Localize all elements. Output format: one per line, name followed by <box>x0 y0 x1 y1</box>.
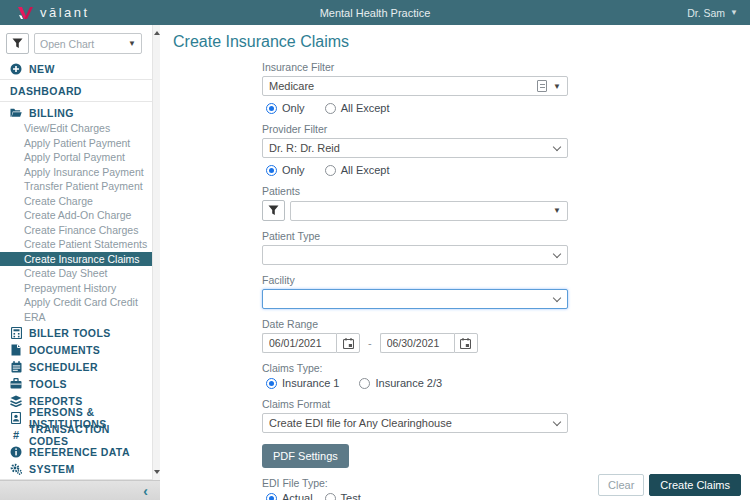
sidebar-item-tools[interactable]: TOOLS <box>0 375 152 392</box>
sidebar-item-apply-insurance-payment[interactable]: Apply Insurance Payment <box>0 165 152 180</box>
provider-filter-value: Dr. R: Dr. Reid <box>269 142 548 154</box>
divider <box>0 79 152 80</box>
chevron-down-icon <box>553 142 561 150</box>
chevron-down-icon: ▼ <box>730 8 738 17</box>
page-title: Create Insurance Claims <box>160 25 750 51</box>
calendar-icon <box>343 338 354 349</box>
insurance-filter-combobox[interactable]: ▼ <box>262 76 568 96</box>
patients-label: Patients <box>262 185 568 197</box>
practice-name: Mental Health Practice <box>0 7 750 19</box>
facility-select[interactable] <box>262 289 568 309</box>
sidebar-item-view-edit-charges[interactable]: View/Edit Charges <box>0 121 152 136</box>
radio-icon <box>266 103 277 114</box>
hash-icon: # <box>10 429 22 441</box>
sidebar-item-billing[interactable]: BILLING <box>0 104 152 121</box>
sidebar-item-era[interactable]: ERA <box>0 310 152 325</box>
insurance-1-radio[interactable]: Insurance 1 <box>266 377 339 389</box>
logo-text: vālant <box>40 5 90 20</box>
sidebar-item-transfer-patient-payment[interactable]: Transfer Patient Payment <box>0 179 152 194</box>
facility-label: Facility <box>262 274 568 286</box>
insurance-only-radio[interactable]: Only <box>266 102 305 114</box>
sidebar-item-system[interactable]: SYSTEM <box>0 460 152 477</box>
sidebar-scrollbar[interactable] <box>152 25 160 480</box>
radio-label: Insurance 1 <box>282 377 339 389</box>
chevron-down-icon <box>553 417 561 425</box>
sidebar-item-apply-portal-payment[interactable]: Apply Portal Payment <box>0 150 152 165</box>
sidebar-item-scheduler[interactable]: SCHEDULER <box>0 358 152 375</box>
folder-open-icon <box>10 107 22 119</box>
sidebar-item-label: BILLER TOOLS <box>29 327 111 339</box>
sidebar-item-transaction-codes[interactable]: # TRANSACTION CODES <box>0 426 152 443</box>
insurance-all-except-radio[interactable]: All Except <box>325 102 390 114</box>
sidebar-item-create-charge[interactable]: Create Charge <box>0 194 152 209</box>
claims-format-label: Claims Format <box>262 398 568 410</box>
user-menu-label: Dr. Sam <box>687 7 725 19</box>
collapse-sidebar-chevron-icon[interactable]: ‹ <box>143 486 148 496</box>
radio-icon <box>266 165 277 176</box>
sidebar-item-dashboard[interactable]: DASHBOARD <box>0 82 152 99</box>
plus-circle-icon <box>10 63 22 75</box>
valant-logo-icon <box>17 6 34 20</box>
chevron-down-icon: ▼ <box>553 82 561 91</box>
start-date-group <box>262 333 360 353</box>
radio-label: All Except <box>341 102 390 114</box>
claims-format-select[interactable]: Create EDI file for Any Clearinghouse <box>262 413 568 433</box>
edi-actual-radio[interactable]: Actual <box>266 492 313 500</box>
date-range-separator: - <box>368 337 372 349</box>
edi-test-radio[interactable]: Test <box>325 492 361 500</box>
list-icon <box>537 80 547 92</box>
toolbox-icon <box>10 378 22 390</box>
patient-type-label: Patient Type <box>262 230 568 242</box>
open-chart-input[interactable] <box>40 38 122 50</box>
sidebar-item-create-finance-charges[interactable]: Create Finance Charges <box>0 223 152 238</box>
end-date-calendar-button[interactable] <box>454 333 478 353</box>
sidebar: ▼ NEW DASHBOARD BILLIN <box>0 25 160 480</box>
provider-only-radio[interactable]: Only <box>266 164 305 176</box>
radio-icon <box>325 165 336 176</box>
person-badge-icon <box>10 412 22 424</box>
sidebar-item-create-add-on-charge[interactable]: Create Add-On Charge <box>0 208 152 223</box>
pdf-settings-button[interactable]: PDF Settings <box>262 444 349 468</box>
insurance-2-3-radio[interactable]: Insurance 2/3 <box>359 377 442 389</box>
sidebar-item-documents[interactable]: DOCUMENTS <box>0 341 152 358</box>
sidebar-item-create-patient-statements[interactable]: Create Patient Statements <box>0 237 152 252</box>
date-range-row: - <box>262 333 568 353</box>
sidebar-item-reference-data[interactable]: REFERENCE DATA <box>0 443 152 460</box>
start-date-calendar-button[interactable] <box>336 333 360 353</box>
provider-filter-select[interactable]: Dr. R: Dr. Reid <box>262 138 568 158</box>
sidebar-item-prepayment-history[interactable]: Prepayment History <box>0 281 152 296</box>
divider <box>0 101 152 102</box>
sidebar-item-label: BILLING <box>29 107 74 119</box>
layers-icon <box>10 395 22 407</box>
app-logo: vālant <box>17 5 90 20</box>
form-actions: Clear Create Claims <box>598 474 741 496</box>
sidebar-item-label: SYSTEM <box>29 463 75 475</box>
sidebar-item-label: TOOLS <box>29 378 67 390</box>
radio-icon <box>266 378 277 389</box>
patient-type-select[interactable] <box>262 245 568 265</box>
insurance-filter-input[interactable] <box>269 80 531 92</box>
claims-format-value: Create EDI file for Any Clearinghouse <box>269 417 548 429</box>
patients-combobox[interactable]: ▼ <box>290 201 568 221</box>
open-chart-combobox[interactable]: ▼ <box>34 33 142 54</box>
patients-row: ▼ <box>262 200 568 221</box>
sidebar-item-apply-credit-card-credit[interactable]: Apply Credit Card Credit <box>0 295 152 310</box>
chevron-down-icon: ▼ <box>128 39 136 48</box>
patients-input[interactable] <box>297 205 547 217</box>
provider-all-except-radio[interactable]: All Except <box>325 164 390 176</box>
info-circle-icon <box>10 446 22 458</box>
sidebar-item-create-day-sheet[interactable]: Create Day Sheet <box>0 266 152 281</box>
clear-button[interactable]: Clear <box>598 474 644 496</box>
chart-filter-button[interactable] <box>6 33 29 54</box>
user-menu[interactable]: Dr. Sam ▼ <box>687 7 738 19</box>
start-date-input[interactable] <box>262 333 336 353</box>
end-date-input[interactable] <box>380 333 454 353</box>
radio-label: Actual <box>282 492 313 500</box>
create-claims-button[interactable]: Create Claims <box>649 474 741 496</box>
patients-filter-button[interactable] <box>262 200 285 221</box>
radio-label: Only <box>282 102 305 114</box>
sidebar-item-biller-tools[interactable]: BILLER TOOLS <box>0 324 152 341</box>
sidebar-item-create-insurance-claims[interactable]: Create Insurance Claims <box>0 252 152 267</box>
sidebar-item-apply-patient-payment[interactable]: Apply Patient Payment <box>0 136 152 151</box>
sidebar-item-new[interactable]: NEW <box>0 60 152 77</box>
